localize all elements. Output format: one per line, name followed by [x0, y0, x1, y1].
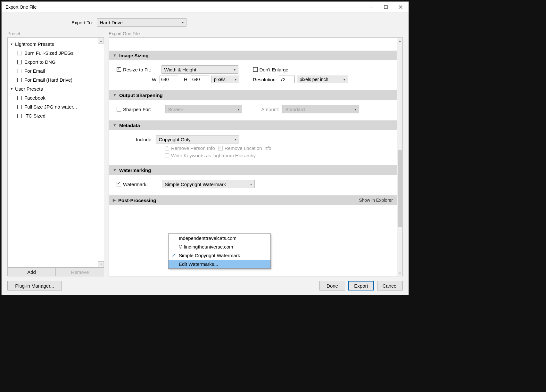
disclosure-triangle-icon — [113, 53, 117, 58]
watermark-option-selected[interactable]: Simple Copyright Watermark — [169, 251, 270, 260]
chevron-down-icon: ▾ — [235, 78, 236, 81]
section-metadata[interactable]: Metadata — [109, 120, 397, 130]
preset-actions: Add Remove — [7, 267, 104, 276]
section-output-sharpening[interactable]: Output Sharpening — [109, 90, 397, 100]
amount-select[interactable]: Standard ▾ — [282, 105, 359, 113]
maximize-icon — [384, 5, 388, 9]
chevron-down-icon: ▾ — [238, 108, 239, 111]
width-label: W: — [152, 77, 158, 82]
scroll-down-button[interactable]: ▾ — [397, 270, 403, 276]
checkbox-icon — [117, 182, 121, 186]
resolution-input[interactable] — [279, 76, 295, 83]
size-unit-select[interactable]: pixels ▾ — [211, 76, 239, 83]
export-button[interactable]: Export — [348, 281, 374, 290]
height-label: H: — [184, 77, 189, 82]
add-preset-button[interactable]: Add — [7, 267, 56, 276]
preset-listbox[interactable]: ▴ ▾ Lightroom Presets Burn Full-Sized JP… — [7, 37, 104, 267]
dont-enlarge-checkbox[interactable]: Don't Enlarge — [253, 67, 288, 72]
resolution-label: Resolution: — [253, 77, 277, 82]
cancel-button[interactable]: Cancel — [377, 281, 403, 290]
checkbox-icon — [218, 146, 223, 151]
checkbox-icon[interactable] — [17, 96, 22, 100]
sharpen-for-checkbox[interactable]: Sharpen For: — [117, 107, 151, 112]
plugin-manager-button[interactable]: Plug-in Manager... — [7, 281, 62, 290]
dialog-footer: Plug-in Manager... Done Export Cancel — [7, 276, 403, 290]
disclosure-triangle-icon — [113, 198, 116, 202]
watermark-select[interactable]: Simple Copyright Watermark ▾ — [162, 180, 255, 188]
window-controls — [364, 2, 408, 12]
watermark-checkbox[interactable]: Watermark: — [117, 182, 148, 187]
scrollbar[interactable]: ▴ ▾ — [397, 38, 402, 276]
disclosure-triangle-icon — [113, 168, 117, 172]
chevron-down-icon: ▾ — [343, 78, 345, 81]
remove-preset-button[interactable]: Remove — [56, 267, 104, 276]
remove-location-info-checkbox[interactable]: Remove Location Info — [218, 145, 271, 151]
preset-group-lightroom[interactable]: Lightroom Presets — [11, 40, 101, 49]
sharpen-for-select[interactable]: Screen ▾ — [165, 105, 242, 113]
preset-item[interactable]: Export to DNG — [11, 58, 101, 67]
scroll-down-button[interactable]: ▾ — [98, 261, 104, 267]
resize-to-fit-checkbox[interactable]: Resize to Fit: — [117, 67, 151, 72]
width-input[interactable] — [160, 76, 178, 83]
close-button[interactable] — [393, 2, 408, 12]
chevron-down-icon: ▾ — [250, 183, 252, 186]
section-post-processing[interactable]: Post-Processing Show in Explorer — [109, 195, 397, 205]
chevron-down-icon: ▾ — [234, 68, 236, 71]
preset-item[interactable]: For Email — [11, 67, 101, 76]
chevron-down-icon: ▾ — [182, 21, 184, 24]
preset-heading: Preset: — [7, 31, 104, 36]
disclosure-triangle-icon — [113, 123, 117, 127]
scrollbar-thumb[interactable] — [398, 150, 402, 227]
svg-rect-1 — [384, 5, 387, 9]
checkbox-icon[interactable] — [17, 78, 22, 82]
preset-item[interactable]: ITC Sized — [11, 111, 101, 120]
chevron-down-icon: ▾ — [235, 138, 236, 141]
minimize-button[interactable] — [364, 2, 378, 12]
output-sharpening-body: Sharpen For: Screen ▾ Amount: — [109, 100, 397, 120]
height-input[interactable] — [191, 76, 209, 83]
include-select[interactable]: Copyright Only ▾ — [156, 135, 239, 143]
section-image-sizing[interactable]: Image Sizing — [109, 51, 397, 60]
export-to-select[interactable]: Hard Drive ▾ — [97, 18, 186, 27]
export-to-value: Hard Drive — [100, 20, 123, 25]
checkbox-icon[interactable] — [17, 51, 22, 55]
export-to-label: Export To: — [71, 20, 93, 25]
section-watermarking[interactable]: Watermarking — [109, 165, 397, 175]
edit-watermarks-option[interactable]: Edit Watermarks... — [169, 260, 270, 268]
remove-person-info-checkbox[interactable]: Remove Person Info — [165, 145, 215, 151]
resolution-unit-select[interactable]: pixels per inch ▾ — [297, 76, 348, 83]
preset-item[interactable]: For Email (Hard Drive) — [11, 76, 101, 85]
metadata-body: Include: Copyright Only ▾ Remove Person … — [109, 130, 397, 165]
write-keywords-checkbox[interactable]: Write Keywords as Lightroom Hierarchy — [165, 153, 256, 158]
preset-item[interactable]: Facebook — [11, 94, 101, 102]
amount-label: Amount: — [261, 107, 279, 112]
checkbox-icon[interactable] — [17, 60, 22, 64]
checkbox-icon — [165, 146, 169, 151]
checkbox-icon[interactable] — [17, 114, 22, 118]
checkbox-icon — [117, 107, 121, 111]
done-button[interactable]: Done — [319, 281, 345, 290]
chevron-down-icon: ▾ — [355, 108, 356, 111]
scroll-up-button[interactable]: ▴ — [98, 38, 104, 44]
checkbox-icon[interactable] — [17, 105, 22, 109]
watermark-option[interactable]: Independenttravelcats.com — [169, 234, 270, 242]
export-to-row: Export To: Hard Drive ▾ — [71, 18, 403, 27]
disclosure-triangle-icon — [113, 93, 117, 97]
watermark-option[interactable]: © findingtheuniverse.com — [169, 242, 270, 251]
fit-mode-select[interactable]: Width & Height ▾ — [161, 65, 238, 74]
preset-item[interactable]: Burn Full-Sized JPEGs — [11, 49, 101, 58]
preset-group-user[interactable]: User Presets — [11, 85, 101, 94]
preset-list: Lightroom Presets Burn Full-Sized JPEGs … — [8, 38, 104, 122]
window-title: Export One File — [5, 4, 37, 10]
preset-item[interactable]: Full Size JPG no water... — [11, 102, 101, 111]
export-dialog: Export One File Export To: Hard Drive ▾ — [1, 1, 409, 295]
checkbox-icon — [253, 67, 258, 72]
watermarking-body: Watermark: Simple Copyright Watermark ▾ — [109, 175, 397, 195]
include-label: Include: — [136, 137, 153, 142]
watermark-dropdown-popup[interactable]: Independenttravelcats.com © findingtheun… — [168, 233, 271, 269]
image-sizing-body: Resize to Fit: Width & Height ▾ — [109, 60, 397, 90]
maximize-button[interactable] — [378, 2, 393, 12]
scroll-up-button[interactable]: ▴ — [397, 38, 403, 44]
show-in-explorer-link[interactable]: Show in Explorer — [359, 198, 393, 203]
checkbox-icon[interactable] — [17, 69, 22, 73]
